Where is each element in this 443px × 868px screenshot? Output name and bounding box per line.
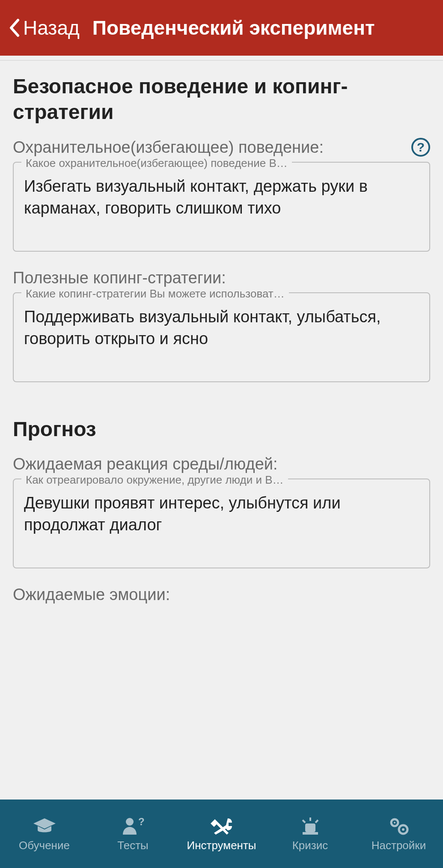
reaction-textbox[interactable]: Как отреагировало окружение, другие люди… xyxy=(13,479,430,568)
main-content[interactable]: Безопасное поведение и копинг-стратегии … xyxy=(0,56,443,800)
svg-point-10 xyxy=(402,828,404,831)
section-title-safety: Безопасное поведение и копинг-стратегии xyxy=(13,74,430,125)
help-icon[interactable]: ? xyxy=(411,138,430,157)
svg-point-8 xyxy=(394,822,395,823)
nav-label: Инструменты xyxy=(187,839,256,852)
tools-icon xyxy=(209,816,235,836)
svg-point-0 xyxy=(126,818,134,826)
field-label-row: Охранительное(избегающее) поведение: ? xyxy=(13,138,430,157)
reaction-legend: Как отреагировало окружение, другие люди… xyxy=(21,473,288,487)
section-safety: Безопасное поведение и копинг-стратегии … xyxy=(0,61,443,404)
nav-label: Кризис xyxy=(292,839,328,852)
back-label: Назад xyxy=(23,16,80,39)
coping-value: Поддерживать визуальный контакт, улыбать… xyxy=(24,306,419,350)
nav-label: Настройки xyxy=(372,839,426,852)
graduation-cap-icon xyxy=(32,816,57,836)
nav-tests[interactable]: ? Тесты xyxy=(89,816,177,852)
field-expected-reaction: Ожидаемая реакция среды/людей: Как отреа… xyxy=(13,455,430,568)
app-header: Назад Поведенческий эксперимент xyxy=(0,0,443,56)
svg-rect-2 xyxy=(305,823,315,832)
reaction-value: Девушки проявят интерес, улыбнутся или п… xyxy=(24,492,419,536)
nav-crisis[interactable]: Кризис xyxy=(266,816,354,852)
bottom-nav: Обучение ? Тесты Инструменты Кризис xyxy=(0,800,443,868)
field-protective-behavior: Охранительное(избегающее) поведение: ? К… xyxy=(13,138,430,252)
section-prognosis: Прогноз Ожидаемая реакция среды/людей: К… xyxy=(0,404,443,625)
field-coping-strategies: Полезные копинг-стратегии: Какие копинг-… xyxy=(13,269,430,382)
protective-value: Избегать визуальный контакт, держать рук… xyxy=(24,175,419,220)
svg-line-5 xyxy=(303,820,305,823)
protective-label: Охранительное(избегающее) поведение: xyxy=(13,138,324,157)
reaction-label: Ожидаемая реакция среды/людей: xyxy=(13,455,278,473)
field-expected-emotions: Ожидаемые эмоции: xyxy=(13,586,430,604)
coping-label: Полезные копинг-стратегии: xyxy=(13,269,226,287)
nav-label: Тесты xyxy=(117,839,148,852)
nav-label: Обучение xyxy=(19,839,70,852)
coping-textbox[interactable]: Какие копинг-стратегии Вы можете использ… xyxy=(13,292,430,382)
nav-tools[interactable]: Инструменты xyxy=(177,816,266,852)
field-label-row: Ожидаемая реакция среды/людей: xyxy=(13,455,430,473)
nav-settings[interactable]: Настройки xyxy=(354,816,443,852)
page-title: Поведенческий эксперимент xyxy=(92,16,375,39)
chevron-left-icon xyxy=(9,18,21,37)
svg-rect-3 xyxy=(303,832,318,835)
question-mark-icon: ? xyxy=(417,140,425,155)
nav-learning[interactable]: Обучение xyxy=(0,816,89,852)
field-label-row: Ожидаемые эмоции: xyxy=(13,586,430,604)
field-label-row: Полезные копинг-стратегии: xyxy=(13,269,430,287)
back-button[interactable]: Назад xyxy=(9,16,80,39)
emotions-label: Ожидаемые эмоции: xyxy=(13,586,170,604)
coping-legend: Какие копинг-стратегии Вы можете использ… xyxy=(21,287,289,300)
person-question-icon: ? xyxy=(120,816,146,836)
gears-icon xyxy=(386,816,412,836)
protective-legend: Какое охранительное(избегающее) поведени… xyxy=(21,157,292,170)
protective-textbox[interactable]: Какое охранительное(избегающее) поведени… xyxy=(13,162,430,252)
siren-icon xyxy=(297,816,323,836)
section-title-prognosis: Прогноз xyxy=(13,416,430,442)
svg-line-6 xyxy=(315,820,318,823)
svg-text:?: ? xyxy=(138,816,145,827)
